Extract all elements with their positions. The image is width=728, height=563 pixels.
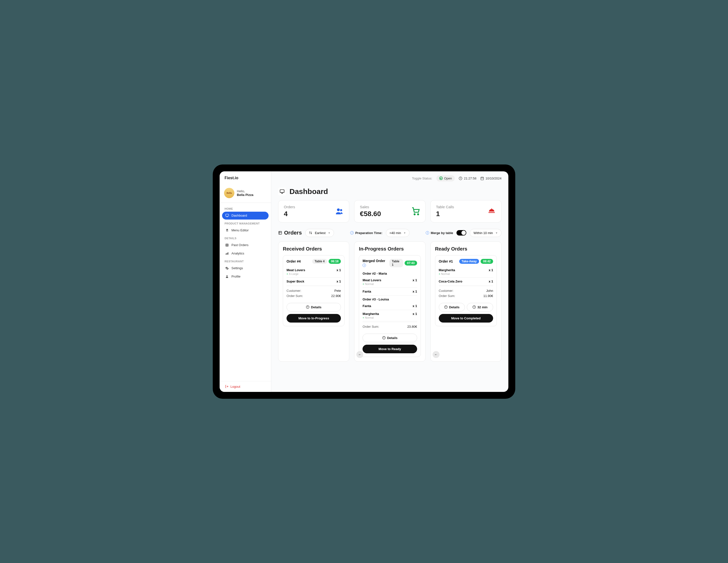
calendar-icon [480, 177, 484, 180]
svg-rect-13 [481, 177, 484, 180]
grid-icon [278, 231, 282, 235]
cart-icon [411, 207, 420, 215]
svg-rect-8 [226, 254, 226, 255]
svg-point-11 [227, 276, 228, 277]
chevron-down-icon: ▼ [328, 232, 331, 234]
details-button[interactable]: Details [363, 333, 417, 342]
greeting: Hello, [237, 189, 253, 193]
stat-table-calls: Table Calls 1 [430, 200, 501, 223]
time-badge: 07:43 [405, 261, 417, 266]
info-icon [306, 305, 309, 309]
orders-section-label: Orders [278, 230, 302, 236]
info-icon: i [350, 231, 354, 235]
move-to-completed-button[interactable]: Move to Completed [439, 314, 493, 322]
sidebar-item-label: Profile [231, 275, 241, 278]
info-icon: i [426, 231, 429, 235]
bell-icon [487, 207, 496, 215]
clock-icon [472, 305, 476, 309]
username: Bella Pizza [237, 193, 253, 197]
date-display: 10/10/2024 [480, 177, 501, 180]
svg-point-23 [417, 214, 418, 215]
svg-rect-24 [279, 231, 282, 234]
back-button[interactable]: ← [356, 351, 363, 358]
merge-label: i Merge by table [426, 231, 453, 235]
info-icon[interactable]: i [363, 264, 366, 267]
move-to-inprogress-button[interactable]: Move to In-Progress [287, 314, 341, 322]
info-icon [382, 336, 386, 339]
toggle-status-label: Toggle Status: [412, 177, 432, 180]
stat-sales: Sales €58.60 [354, 200, 425, 223]
clock-icon [459, 177, 462, 180]
stat-orders: Orders 4 [278, 200, 349, 223]
sidebar-item-settings[interactable]: Settings [222, 264, 269, 272]
page-title: Dashboard [289, 187, 328, 196]
sidebar-item-dashboard[interactable]: Dashboard [222, 212, 269, 220]
sidebar-item-label: Past Orders [231, 243, 248, 247]
order-line-item: Coca-Cola Zerox 1 [439, 278, 493, 285]
svg-point-32 [384, 337, 384, 337]
timer-button[interactable]: 32 min [467, 303, 493, 311]
nav-header-product: PRODUCT MANAGEMENT [222, 220, 269, 226]
nav: HOME Dashboard PRODUCT MANAGEMENT Menu E… [220, 203, 271, 381]
order-card: Order #4 Table 4 06:18 Meat Loversx 1 + … [283, 255, 345, 326]
monitor-icon [225, 214, 229, 218]
column-ready: Ready Orders Order #1 Take-Away 08:42 Ma… [430, 242, 501, 362]
order-line-item: Fantax 1 [363, 302, 417, 310]
svg-rect-9 [227, 253, 227, 255]
back-button[interactable]: ← [433, 351, 440, 358]
order-line-item: Meat Loversx 1 + X-Large [287, 266, 341, 278]
arrow-left-icon: ← [434, 352, 438, 356]
clock-display: 21:27:58 [459, 177, 476, 180]
sort-select[interactable]: Earliest ▼ [305, 229, 334, 237]
chevron-down-icon: ▼ [403, 232, 406, 234]
merge-toggle[interactable] [456, 230, 466, 236]
chevron-down-icon: ▼ [495, 232, 498, 234]
nav-header-details: DETAILS [222, 235, 269, 241]
logout-icon [225, 385, 228, 388]
gear-icon [225, 266, 229, 270]
order-card: Merged Order i Table 1 07:43 Order #2 - … [359, 255, 421, 357]
order-line-item: Super Bockx 1 [287, 278, 341, 285]
main: Toggle Status: Open 21:27:58 10/10/2024 … [271, 171, 508, 392]
sidebar-item-past-orders[interactable]: Past Orders [222, 241, 269, 249]
nav-header-restaurant: RESTAURANT [222, 258, 269, 264]
monitor-icon [278, 188, 286, 196]
time-badge: 08:42 [481, 259, 493, 264]
sidebar-item-profile[interactable]: Profile [222, 273, 269, 281]
svg-rect-17 [280, 190, 284, 193]
topbar: Toggle Status: Open 21:27:58 10/10/2024 [271, 171, 508, 185]
order-line-item: Fantax 1 [363, 287, 417, 295]
prep-time-label: i Preparation Time: [350, 231, 382, 235]
user-section: Bella Hello, Bella Pizza [220, 185, 271, 203]
sidebar-item-label: Dashboard [231, 214, 247, 217]
person-icon [225, 275, 229, 279]
status-open-icon [439, 177, 443, 180]
move-to-ready-button[interactable]: Move to Ready [363, 345, 417, 353]
sidebar-item-analytics[interactable]: Analytics [222, 250, 269, 258]
merge-within-select[interactable]: Within 10 min ▼ [470, 229, 501, 237]
time-badge: 06:18 [329, 259, 341, 264]
details-button[interactable]: Details [439, 303, 465, 311]
table-badge: Table 4 [312, 259, 327, 264]
users-icon [335, 207, 344, 215]
order-line-item: Margheritax 1 + Normal [363, 310, 417, 321]
sidebar-item-label: Settings [231, 266, 243, 270]
nav-header-home: HOME [222, 205, 269, 211]
logout-button[interactable]: Logout [225, 385, 266, 388]
bar-chart-icon [225, 252, 229, 256]
arrow-left-icon: ← [358, 352, 362, 356]
table-badge: Table 1 [389, 259, 403, 267]
prep-time-select[interactable]: <40 min ▼ [386, 229, 410, 237]
column-received: Received Orders Order #4 Table 4 06:18 M… [278, 242, 349, 362]
sidebar-item-label: Menu Editor [231, 229, 249, 232]
takeaway-badge: Take-Away [459, 259, 479, 264]
column-inprogress: In-Progress Orders Merged Order i Table … [354, 242, 425, 362]
svg-rect-0 [226, 214, 229, 216]
grid-icon [225, 243, 229, 247]
status-toggle[interactable]: Open [436, 175, 455, 182]
sidebar: Fiest.io Bella Hello, Bella Pizza HOME D… [220, 171, 271, 392]
details-button[interactable]: Details [287, 303, 341, 311]
utensils-icon [225, 229, 229, 232]
order-line-item: Margheritax 1 + Normal [439, 266, 493, 278]
sidebar-item-menu-editor[interactable]: Menu Editor [222, 227, 269, 234]
